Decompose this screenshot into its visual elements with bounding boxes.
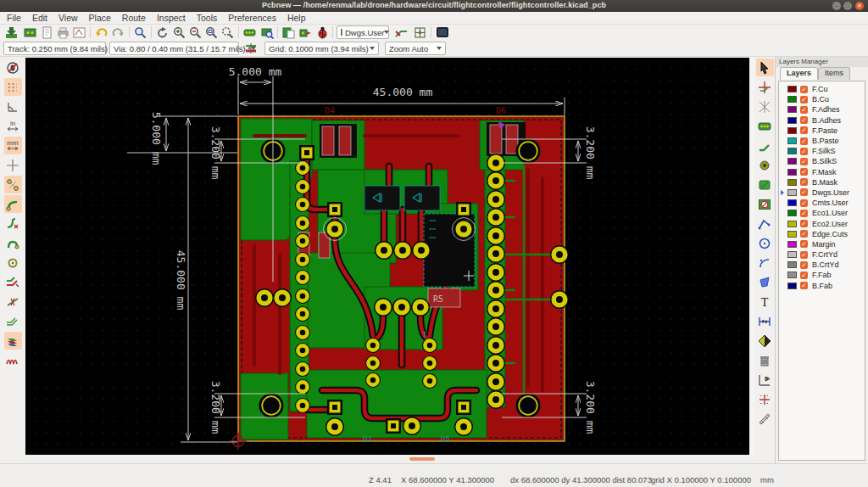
layer-visibility-checkbox[interactable]: ✓ bbox=[800, 271, 808, 279]
menu-help[interactable]: Help bbox=[287, 13, 306, 24]
add-zone-button[interactable] bbox=[756, 176, 774, 193]
update-pcb-button[interactable] bbox=[298, 25, 313, 40]
layer-row-b-mask[interactable]: ✓B.Mask bbox=[779, 177, 865, 188]
layer-color-swatch[interactable] bbox=[787, 210, 797, 216]
footprint-viewer-button[interactable] bbox=[259, 25, 275, 40]
layer-row-f-fab[interactable]: ✓F.Fab bbox=[779, 270, 865, 280]
drag-track-button[interactable] bbox=[4, 273, 22, 291]
layer-color-swatch[interactable] bbox=[787, 271, 797, 278]
grid-origin-button[interactable] bbox=[756, 390, 774, 408]
layer-row-edge-cuts[interactable]: ✓Edge.Cuts bbox=[779, 229, 865, 239]
layer-visibility-checkbox[interactable]: ✓ bbox=[800, 86, 808, 93]
layer-row-b-adhes[interactable]: ✓B.Adhes bbox=[779, 115, 865, 126]
layer-visibility-checkbox[interactable]: ✓ bbox=[800, 282, 808, 289]
units-mm-button[interactable]: mm bbox=[4, 137, 22, 154]
footprint-editor-button[interactable] bbox=[242, 25, 257, 40]
layer-color-swatch[interactable] bbox=[787, 261, 797, 268]
via-size-dropdown[interactable]: Via: 0.80 / 0.40 mm (31.5 / 15.7 mils) * bbox=[109, 42, 239, 55]
layer-color-swatch[interactable] bbox=[787, 189, 797, 196]
tab-layers[interactable]: Layers bbox=[780, 67, 818, 80]
layer-row-dwgs-user[interactable]: ✓Dwgs.User bbox=[779, 188, 865, 198]
zoom-in-button[interactable] bbox=[171, 25, 186, 40]
plot-button[interactable] bbox=[71, 25, 86, 40]
layer-row-b-silks[interactable]: ✓B.SilkS bbox=[779, 156, 865, 166]
add-text-button[interactable]: T bbox=[756, 293, 774, 311]
layer-row-f-cu[interactable]: ✓F.Cu bbox=[779, 84, 865, 94]
menu-tools[interactable]: Tools bbox=[197, 13, 218, 24]
add-graphic-arc-button[interactable] bbox=[756, 254, 774, 271]
layer-visibility-checkbox[interactable]: ✓ bbox=[800, 210, 808, 217]
highlight-net-button[interactable] bbox=[756, 78, 774, 96]
sketch-vias-button[interactable] bbox=[4, 254, 22, 271]
layer-visibility-checkbox[interactable]: ✓ bbox=[800, 220, 808, 227]
zoom-level-dropdown[interactable]: Zoom Auto bbox=[385, 42, 446, 55]
auto-track-width-button[interactable] bbox=[243, 41, 259, 55]
redo-button[interactable] bbox=[110, 25, 125, 40]
layer-color-swatch[interactable] bbox=[787, 283, 797, 289]
drill-place-origin-button[interactable] bbox=[756, 371, 774, 389]
layer-visibility-checkbox[interactable]: ✓ bbox=[800, 199, 808, 207]
layer-color-swatch[interactable] bbox=[787, 158, 797, 165]
layer-visibility-checkbox[interactable]: ✓ bbox=[800, 148, 808, 155]
grid-size-dropdown[interactable]: Grid: 0.1000 mm (3.94 mils) bbox=[264, 42, 379, 55]
undo-button[interactable] bbox=[93, 25, 108, 40]
layer-visibility-checkbox[interactable]: ✓ bbox=[800, 158, 808, 165]
track-width-dropdown[interactable]: Track: 0.250 mm (9.84 mils) * bbox=[3, 42, 106, 55]
menu-place[interactable]: Place bbox=[89, 13, 111, 24]
layer-visibility-checkbox[interactable]: ✓ bbox=[800, 230, 808, 238]
layer-row-b-crtyd[interactable]: ✓B.CrtYd bbox=[779, 260, 865, 270]
layer-row-f-silks[interactable]: ✓F.SilkS bbox=[779, 146, 865, 156]
layer-color-swatch[interactable] bbox=[787, 86, 797, 92]
layer-color-swatch[interactable] bbox=[787, 117, 797, 124]
polar-coords-button[interactable] bbox=[4, 98, 22, 115]
layer-color-swatch[interactable] bbox=[787, 241, 797, 248]
track-display-mode-button[interactable] bbox=[393, 25, 409, 40]
units-inch-button[interactable]: in bbox=[4, 117, 22, 135]
save-board-button[interactable] bbox=[3, 25, 19, 40]
show-ratsnest-button[interactable] bbox=[4, 176, 22, 193]
board-setup-button[interactable] bbox=[22, 25, 37, 40]
layer-row-b-paste[interactable]: ✓B.Paste bbox=[779, 136, 865, 146]
layer-visibility-checkbox[interactable]: ✓ bbox=[800, 126, 808, 134]
break-track-button[interactable] bbox=[4, 293, 22, 311]
layer-color-swatch[interactable] bbox=[787, 221, 797, 227]
layer-row-f-paste[interactable]: ✓F.Paste bbox=[779, 126, 865, 136]
layer-visibility-checkbox[interactable]: ✓ bbox=[800, 240, 808, 248]
refresh-view-button[interactable] bbox=[154, 25, 170, 40]
add-footprint-button[interactable] bbox=[756, 117, 774, 135]
add-graphic-polygon-button[interactable] bbox=[756, 273, 774, 291]
local-ratsnest-button[interactable] bbox=[756, 98, 774, 115]
layer-row-f-mask[interactable]: ✓F.Mask bbox=[779, 167, 865, 177]
layer-color-swatch[interactable] bbox=[787, 96, 797, 103]
menu-file[interactable]: File bbox=[7, 13, 21, 24]
layer-visibility-checkbox[interactable]: ✓ bbox=[800, 168, 808, 176]
horizontal-scrollbar[interactable] bbox=[25, 455, 749, 463]
layer-color-swatch[interactable] bbox=[787, 179, 797, 186]
show-zones-button[interactable] bbox=[4, 234, 22, 252]
layer-row-eco2-user[interactable]: ✓Eco2.User bbox=[779, 218, 865, 228]
pcb-canvas[interactable]: D4 D6 R5 D2 D5 T bbox=[25, 58, 749, 455]
library-browser-button[interactable] bbox=[281, 25, 296, 40]
high-contrast-mode-button[interactable] bbox=[4, 332, 22, 350]
layer-row-cmts-user[interactable]: ✓Cmts.User bbox=[779, 198, 865, 208]
menu-route[interactable]: Route bbox=[122, 13, 146, 24]
add-target-button[interactable] bbox=[756, 332, 774, 350]
measure-tool-button[interactable] bbox=[756, 410, 774, 428]
maximize-button[interactable]: □ bbox=[843, 2, 852, 10]
layer-visibility-checkbox[interactable]: ✓ bbox=[800, 261, 808, 269]
layer-color-swatch[interactable] bbox=[787, 251, 797, 258]
drc-off-button[interactable] bbox=[4, 59, 22, 76]
cursor-shape-button[interactable] bbox=[4, 156, 22, 174]
layer-color-swatch[interactable] bbox=[787, 169, 797, 176]
3d-viewer-button[interactable] bbox=[435, 25, 450, 40]
show-module-ratsnest-button[interactable] bbox=[4, 195, 22, 213]
layer-row-b-fab[interactable]: ✓B.Fab bbox=[779, 281, 865, 291]
add-graphic-circle-button[interactable] bbox=[756, 234, 774, 252]
layer-visibility-checkbox[interactable]: ✓ bbox=[800, 188, 808, 196]
horizontal-scrollbar-thumb[interactable] bbox=[409, 457, 435, 461]
page-settings-button[interactable] bbox=[39, 25, 54, 40]
add-graphic-line-button[interactable] bbox=[756, 215, 774, 232]
drc-check-button[interactable] bbox=[314, 25, 330, 40]
layer-row-f-adhes[interactable]: ✓F.Adhes bbox=[779, 104, 865, 115]
zoom-selection-button[interactable] bbox=[220, 25, 235, 40]
